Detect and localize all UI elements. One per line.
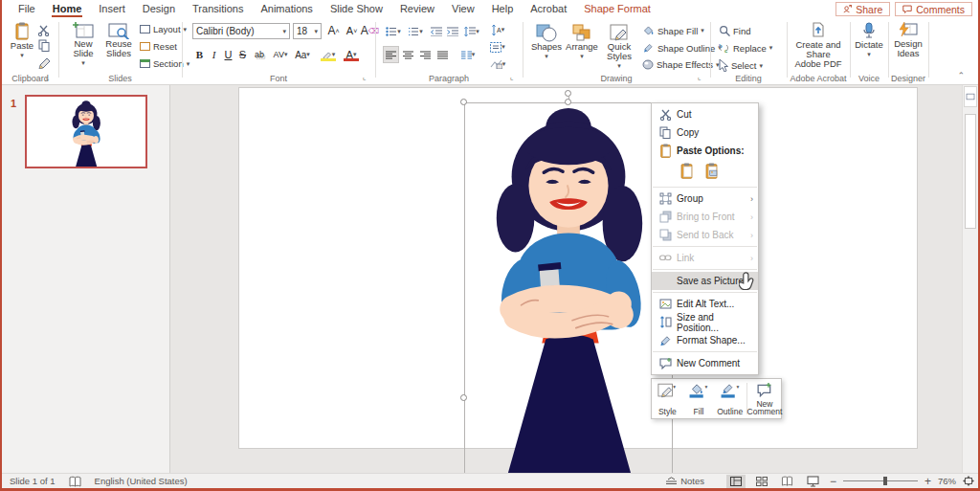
columns-button[interactable]: ▾ <box>458 47 478 62</box>
context-menu-item-link[interactable]: Link › <box>652 249 758 267</box>
shape-effects-button[interactable]: Shape Effects▾ <box>642 59 720 70</box>
new-comment-toolbar-button[interactable]: NewComment <box>748 379 781 418</box>
context-menu-item-size-and-position[interactable]: Size and Position... <box>652 313 758 331</box>
tab-review[interactable]: Review <box>391 0 443 18</box>
paragraph-dialog-launcher[interactable]: ⌞ <box>510 73 519 81</box>
context-menu-item-group[interactable]: Group › <box>652 190 758 208</box>
text-direction-button[interactable]: A▾ <box>487 22 508 37</box>
tab-help[interactable]: Help <box>483 0 523 18</box>
scrollbar-thumb[interactable] <box>965 114 976 229</box>
drawing-dialog-launcher[interactable]: ⌞ <box>698 73 706 81</box>
text-shadow-button[interactable]: ab <box>251 47 268 62</box>
resize-handle-top-left[interactable] <box>460 99 467 105</box>
increase-font-size-button[interactable]: A˄ <box>326 23 341 38</box>
tab-acrobat[interactable]: Acrobat <box>522 0 575 18</box>
reset-button[interactable]: Reset <box>140 41 177 52</box>
new-slide-button[interactable]: New Slide ▾ <box>69 22 98 68</box>
outline-button[interactable]: ▾ Outline <box>714 379 746 418</box>
quick-styles-button[interactable]: Quick Styles ▾ <box>602 23 636 71</box>
reuse-slides-button[interactable]: Reuse Slides <box>103 22 134 58</box>
line-spacing-button[interactable]: ▾ <box>462 24 481 39</box>
replace-button[interactable]: bc Replace▾ <box>719 42 772 54</box>
font-dialog-launcher[interactable]: ⌞ <box>363 73 371 81</box>
tab-view[interactable]: View <box>443 0 483 18</box>
tab-file[interactable]: File <box>10 0 44 18</box>
collapse-ribbon-button[interactable]: ⌃ <box>957 71 965 80</box>
scrollbar-top-button[interactable] <box>964 86 977 107</box>
font-size-combo[interactable]: 18▾ <box>293 23 322 39</box>
reading-view-button[interactable] <box>778 475 797 488</box>
normal-view-button[interactable] <box>726 475 746 488</box>
tab-home[interactable]: Home <box>44 0 91 18</box>
convert-smartart-button[interactable]: ▾ <box>487 56 508 72</box>
tab-transitions[interactable]: Transitions <box>184 0 252 18</box>
notes-button[interactable]: Notes <box>666 476 704 486</box>
character-spacing-button[interactable]: AV▾ <box>271 47 290 62</box>
align-left-button[interactable] <box>384 47 398 62</box>
format-painter-button[interactable] <box>38 55 51 69</box>
context-menu-item-send-to-back[interactable]: Send to Back › <box>652 226 758 244</box>
highlight-color-button[interactable]: ▾ <box>319 47 338 62</box>
context-menu-item-cut[interactable]: Cut <box>652 105 758 123</box>
slide-thumbnail[interactable] <box>25 95 147 168</box>
context-menu-item-copy[interactable]: Copy <box>652 123 758 142</box>
slide-sorter-view-button[interactable] <box>752 475 771 488</box>
align-right-button[interactable] <box>418 47 433 62</box>
context-menu-item-bring-to-front[interactable]: Bring to Front › <box>652 208 758 226</box>
design-ideas-button[interactable]: Design Ideas <box>891 22 925 58</box>
context-menu-item-edit-alt-text[interactable]: Edit Alt Text... <box>652 295 758 313</box>
spell-check-icon[interactable] <box>69 476 81 487</box>
resize-handle-middle-left[interactable] <box>460 394 467 401</box>
context-menu-item-format-shape[interactable]: Format Shape... <box>652 331 758 349</box>
fit-to-window-button[interactable] <box>963 476 974 486</box>
shape-fill-button[interactable]: Shape Fill▾ <box>642 25 704 36</box>
rotation-handle[interactable] <box>565 90 571 97</box>
style-button[interactable]: ▾ Style <box>652 379 683 418</box>
clipboard-dialog-launcher[interactable]: ⌞ <box>46 73 55 81</box>
cut-button[interactable] <box>38 24 49 36</box>
context-menu-item-new-comment[interactable]: New Comment <box>652 354 758 372</box>
underline-button[interactable]: U <box>221 47 235 62</box>
zoom-out-button[interactable]: − <box>830 475 836 488</box>
select-button[interactable]: Select▾ <box>719 59 763 72</box>
bold-button[interactable]: B <box>192 47 207 62</box>
strikethrough-button[interactable]: S <box>235 47 250 62</box>
language-indicator[interactable]: English (United States) <box>95 476 188 486</box>
bullets-button[interactable]: ▾ <box>384 24 403 39</box>
tab-slide-show[interactable]: Slide Show <box>322 0 391 18</box>
align-center-button[interactable] <box>401 47 415 62</box>
font-family-combo[interactable]: Calibri (Body)▾ <box>192 23 290 39</box>
slideshow-view-button[interactable] <box>804 475 823 488</box>
find-button[interactable]: Find <box>719 25 750 36</box>
share-button[interactable]: Share <box>835 2 890 16</box>
tab-animations[interactable]: Animations <box>252 0 321 18</box>
create-share-pdf-button[interactable]: Create and Share Adobe PDF <box>790 22 847 69</box>
align-text-button[interactable]: ▾ <box>487 39 508 55</box>
resize-handle-top-center[interactable] <box>565 99 571 105</box>
font-color-button[interactable]: A ▾ <box>342 47 361 62</box>
italic-button[interactable]: I <box>207 47 221 62</box>
zoom-level[interactable]: 76% <box>938 476 956 486</box>
tab-shape-format[interactable]: Shape Format <box>575 0 659 18</box>
tab-insert[interactable]: Insert <box>90 0 134 18</box>
zoom-slider[interactable] <box>843 480 918 481</box>
arrange-button[interactable]: Arrange ▾ <box>566 23 598 61</box>
zoom-in-button[interactable]: + <box>924 475 931 488</box>
dictate-button[interactable]: Dictate ▾ <box>854 22 884 59</box>
justify-button[interactable] <box>435 47 450 62</box>
selected-picture[interactable] <box>464 102 673 473</box>
shapes-button[interactable]: Shapes ▾ <box>531 23 562 61</box>
change-case-button[interactable]: Aa▾ <box>293 47 312 62</box>
fill-button[interactable]: ▾ Fill <box>683 379 715 418</box>
decrease-indent-button[interactable] <box>429 24 443 39</box>
decrease-font-size-button[interactable]: A˅ <box>345 23 359 38</box>
increase-indent-button[interactable] <box>445 24 459 39</box>
comments-button[interactable]: Comments <box>895 2 972 16</box>
vertical-scrollbar[interactable] <box>962 85 978 473</box>
copy-button[interactable] <box>38 39 50 52</box>
paste-button[interactable]: Paste ▾ <box>10 22 34 60</box>
paste-keep-formatting-button[interactable] <box>677 162 696 181</box>
tab-design[interactable]: Design <box>134 0 184 18</box>
numbering-button[interactable]: ▾ <box>406 24 425 39</box>
zoom-slider-thumb[interactable] <box>883 477 887 485</box>
